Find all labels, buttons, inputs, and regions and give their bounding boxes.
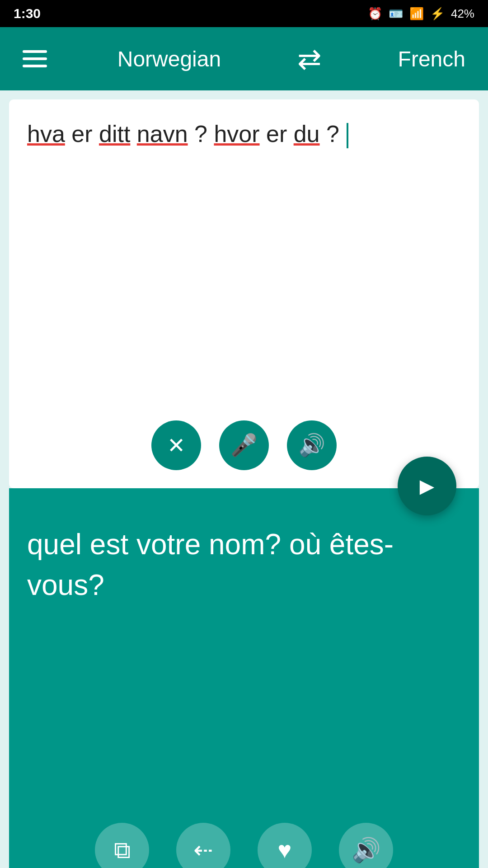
word-ditt: ditt [99,121,130,147]
output-text: quel est votre nom? où êtes-vous? [27,524,461,605]
copy-button[interactable]: ⧉ [95,823,149,868]
sim-icon: 🪪 [389,7,403,21]
text-cursor [347,123,348,148]
clear-icon: ✕ [167,433,185,458]
input-panel[interactable]: hva er ditt navn ? hvor er du ? ✕ 🎤 🔊 [9,99,479,488]
word-hvor: hvor [214,121,259,147]
swap-icon: ⇄ [297,42,322,75]
word-du: du [294,121,320,147]
clear-button[interactable]: ✕ [151,420,201,470]
speak-input-button[interactable]: 🔊 [287,420,337,470]
word-hva: hva [27,121,65,147]
translate-button[interactable]: ► [398,457,456,515]
app-header: Norwegian ⇄ French [0,27,488,90]
speak-output-button[interactable]: 🔊 [339,823,393,868]
output-action-bar: ⧉ ⇠ ♥ 🔊 [95,823,393,868]
swap-languages-button[interactable]: ⇄ [291,41,328,77]
charge-icon: ⚡ [430,7,445,21]
output-panel: quel est votre nom? où êtes-vous? ⧉ ⇠ ♥ … [9,488,479,868]
input-text: hva er ditt navn ? hvor er du ? [27,118,461,151]
status-bar: 1:30 ⏰ 🪪 📶 ⚡ 42% [0,0,488,27]
status-icons: ⏰ 🪪 📶 ⚡ 42% [368,7,474,21]
mic-icon: 🎤 [230,433,258,458]
word-navn: navn [137,121,188,147]
battery-text: 42% [451,7,474,21]
menu-button[interactable] [23,50,47,67]
share-button[interactable]: ⇠ [176,823,230,868]
signal-icon: 📶 [409,7,424,21]
input-action-bar: ✕ 🎤 🔊 [151,420,337,470]
favorite-button[interactable]: ♥ [258,823,312,868]
share-icon: ⇠ [193,836,213,863]
panels-wrapper: hva er ditt navn ? hvor er du ? ✕ 🎤 🔊 [0,99,488,868]
speaker-output-icon: 🔊 [352,836,381,864]
status-time: 1:30 [14,6,41,21]
heart-icon: ♥ [278,836,292,863]
microphone-button[interactable]: 🎤 [219,420,269,470]
alarm-icon: ⏰ [368,7,382,21]
send-icon: ► [415,472,439,500]
target-language-label[interactable]: French [398,47,465,71]
copy-icon: ⧉ [114,836,131,864]
source-language-label[interactable]: Norwegian [117,47,221,71]
speaker-icon: 🔊 [298,433,325,458]
